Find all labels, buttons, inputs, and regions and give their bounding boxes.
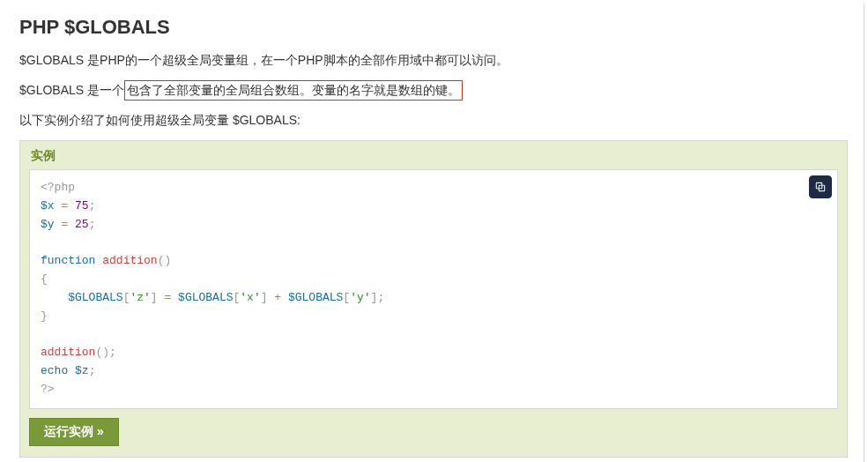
example-header: 实例 — [31, 148, 838, 164]
copy-icon — [814, 181, 827, 193]
highlight-box: 包含了全部变量的全局组合数组。变量的名字就是数组的键。 — [124, 80, 463, 101]
code-token: ] — [151, 291, 158, 304]
code-token: function — [41, 254, 95, 267]
code-token: ; — [89, 218, 96, 231]
code-token: ?> — [41, 383, 55, 396]
code-token — [41, 291, 68, 304]
code-token: = — [55, 199, 75, 212]
code-token: <?php — [41, 181, 75, 194]
run-example-button[interactable]: 运行实例 » — [29, 418, 119, 446]
code-token: ; — [89, 199, 96, 212]
code-token: = — [55, 218, 75, 231]
copy-button[interactable] — [809, 175, 832, 198]
code-token: 75 — [75, 199, 89, 212]
code-token: } — [41, 309, 48, 323]
paragraph-3: 以下实例介绍了如何使用超级全局变量 $GLOBALS: — [19, 111, 848, 130]
example-block: 实例 <?php $x = 75; $y = 25; function addi… — [19, 140, 848, 458]
code-token: $GLOBALS — [68, 291, 122, 304]
code-token: 'z' — [130, 291, 150, 304]
code-token: () — [158, 254, 172, 267]
code-token: 25 — [75, 218, 89, 231]
paragraph-2: $GLOBALS 是一个包含了全部变量的全局组合数组。变量的名字就是数组的键。 — [19, 80, 848, 101]
page-title: PHP $GLOBALS — [19, 16, 848, 39]
code-token: addition — [102, 254, 157, 267]
code-token: (); — [95, 346, 115, 359]
code-token: addition — [41, 346, 95, 359]
code-token: echo — [41, 364, 68, 377]
code-token — [68, 364, 75, 377]
code-token: 'y' — [350, 291, 370, 304]
document-panel: PHP $GLOBALS $GLOBALS 是PHP的一个超级全局变量组，在一个… — [4, 4, 864, 462]
code-token: ; — [377, 291, 384, 304]
code-token: ; — [89, 364, 96, 377]
paragraph-1: $GLOBALS 是PHP的一个超级全局变量组，在一个PHP脚本的全部作用域中都… — [19, 51, 848, 70]
code-token: $x — [41, 199, 55, 212]
code-token: + — [268, 291, 288, 304]
code-token: 'x' — [240, 291, 260, 304]
code-token: $z — [75, 364, 89, 377]
code-token: { — [41, 272, 48, 286]
code-panel: <?php $x = 75; $y = 25; function additio… — [29, 169, 838, 409]
paragraph-2a: $GLOBALS 是一个 — [19, 83, 124, 97]
code-token: ] — [261, 291, 268, 304]
code-token: $GLOBALS — [288, 291, 343, 304]
code-token: = — [158, 291, 178, 304]
code-token: $y — [41, 218, 55, 231]
code-token: $GLOBALS — [178, 291, 233, 304]
code-token: [ — [343, 291, 350, 304]
